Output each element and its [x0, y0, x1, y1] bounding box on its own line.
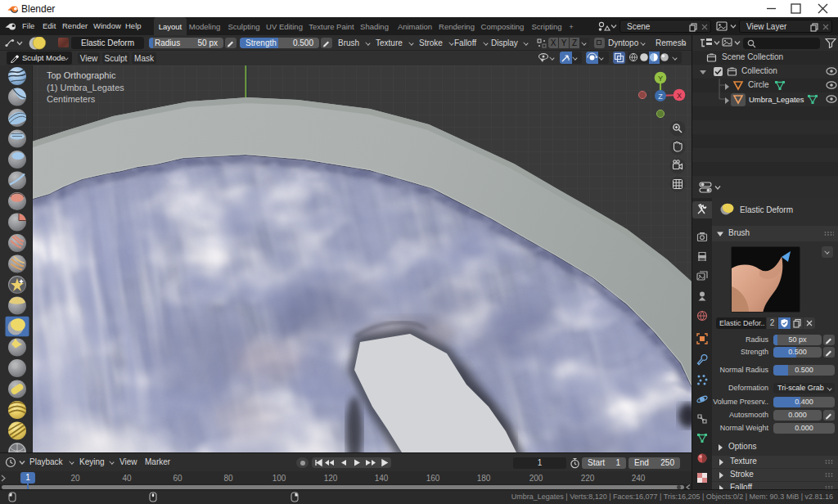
svg-text:140: 140 — [375, 474, 389, 483]
svg-text:180: 180 — [477, 474, 491, 483]
svg-text:240: 240 — [632, 474, 646, 483]
svg-text:80: 80 — [223, 474, 233, 483]
svg-text:Z: Z — [658, 92, 663, 101]
svg-text:Y: Y — [658, 74, 663, 83]
svg-text:120: 120 — [324, 474, 338, 483]
svg-text:Top Orthographic: Top Orthographic — [47, 70, 116, 80]
svg-text:Centimeters: Centimeters — [47, 94, 96, 104]
svg-text:220: 220 — [581, 474, 595, 483]
svg-text:200: 200 — [529, 474, 543, 483]
svg-text:100: 100 — [273, 474, 286, 483]
svg-text:60: 60 — [173, 474, 182, 483]
svg-text:20: 20 — [70, 474, 80, 483]
svg-text:X: X — [677, 92, 682, 100]
svg-text:40: 40 — [122, 474, 132, 483]
svg-text:(1) Umbra_Legates: (1) Umbra_Legates — [47, 83, 124, 92]
svg-text:160: 160 — [426, 474, 440, 483]
